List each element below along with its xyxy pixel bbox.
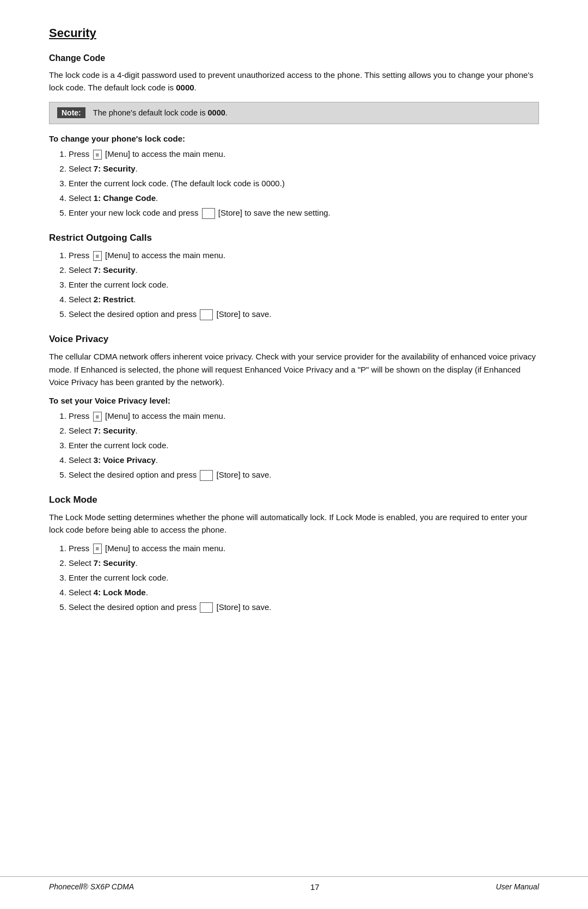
voice-privacy-body: The cellular CDMA network offers inheren… (49, 350, 539, 388)
note-label: Note: (57, 107, 85, 118)
section-change-code: Change Code The lock code is a 4-digit p… (49, 53, 539, 219)
lock-mode-steps: Press ≡ [Menu] to access the main menu. … (49, 542, 539, 614)
restrict-calls-steps: Press ≡ [Menu] to access the main menu. … (49, 249, 539, 321)
store-button-icon (202, 208, 215, 219)
list-item: Select 3: Voice Privacy. (69, 454, 539, 467)
list-item: Select the desired option and press [Sto… (69, 308, 539, 321)
list-item: Enter the current lock code. (69, 439, 539, 452)
menu-icon: ≡ (93, 150, 102, 160)
voice-privacy-heading: Voice Privacy (49, 334, 539, 345)
section-voice-privacy: Voice Privacy The cellular CDMA network … (49, 334, 539, 481)
voice-privacy-steps: Press ≡ [Menu] to access the main menu. … (49, 410, 539, 481)
change-code-heading: Change Code (49, 53, 539, 63)
restrict-calls-heading: Restrict Outgoing Calls (49, 233, 539, 243)
list-item: Select 7: Security. (69, 424, 539, 437)
list-item: Press ≡ [Menu] to access the main menu. (69, 410, 539, 423)
store-button-icon (200, 470, 213, 481)
section-lock-mode: Lock Mode The Lock Mode setting determin… (49, 495, 539, 614)
list-item: Select 4: Lock Mode. (69, 586, 539, 599)
menu-icon: ≡ (93, 412, 102, 422)
page-title: Security (49, 26, 539, 40)
menu-icon: ≡ (93, 544, 102, 553)
footer-page-number: 17 (310, 882, 320, 892)
footer-left: Phonecell® SX6P CDMA (49, 882, 134, 892)
list-item: Select 7: Security. (69, 557, 539, 570)
change-code-body: The lock code is a 4-digit password used… (49, 69, 539, 94)
note-text: The phone's default lock code is 0000. (93, 107, 228, 119)
list-item: Select 7: Security. (69, 264, 539, 277)
list-item: Select the desired option and press [Sto… (69, 601, 539, 614)
list-item: Press ≡ [Menu] to access the main menu. (69, 148, 539, 161)
store-button-icon (200, 309, 213, 320)
page-footer: Phonecell® SX6P CDMA 17 User Manual (0, 876, 588, 892)
list-item: Enter the current lock code. (69, 278, 539, 291)
note-box: Note: The phone's default lock code is 0… (49, 102, 539, 125)
page-content: Security Change Code The lock code is a … (0, 0, 588, 663)
list-item: Select 2: Restrict. (69, 293, 539, 306)
voice-privacy-instruction: To set your Voice Privacy level: (49, 396, 539, 405)
change-code-instruction: To change your phone's lock code: (49, 134, 539, 143)
list-item: Press ≡ [Menu] to access the main menu. (69, 542, 539, 555)
list-item: Enter your new lock code and press [Stor… (69, 206, 539, 219)
list-item: Enter the current lock code. (The defaul… (69, 177, 539, 190)
store-button-icon (200, 602, 213, 613)
list-item: Select the desired option and press [Sto… (69, 468, 539, 481)
lock-mode-heading: Lock Mode (49, 495, 539, 505)
list-item: Enter the current lock code. (69, 571, 539, 584)
section-restrict-outgoing-calls: Restrict Outgoing Calls Press ≡ [Menu] t… (49, 233, 539, 321)
list-item: Select 1: Change Code. (69, 192, 539, 205)
change-code-steps: Press ≡ [Menu] to access the main menu. … (49, 148, 539, 219)
list-item: Press ≡ [Menu] to access the main menu. (69, 249, 539, 262)
footer-right: User Manual (496, 882, 539, 892)
lock-mode-body: The Lock Mode setting determines whether… (49, 511, 539, 536)
menu-icon: ≡ (93, 251, 102, 261)
list-item: Select 7: Security. (69, 162, 539, 175)
